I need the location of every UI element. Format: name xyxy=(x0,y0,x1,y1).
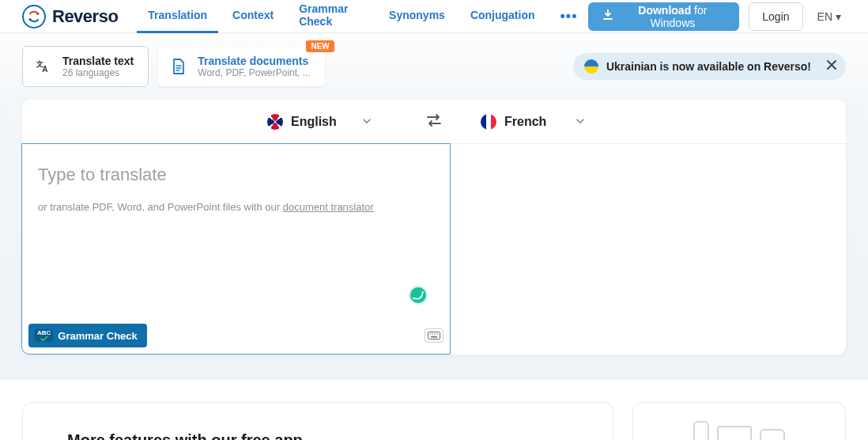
download-label-bold: Download xyxy=(638,4,691,17)
france-flag-icon xyxy=(481,114,496,130)
hint-text: or translate PDF, Word, and PowerPoint f… xyxy=(38,201,283,213)
mode-text-title: Translate text xyxy=(62,55,134,67)
target-language-label: French xyxy=(504,115,546,129)
nav-context[interactable]: Context xyxy=(221,0,285,33)
chevron-down-icon xyxy=(362,115,372,129)
caret-down-icon: ▾ xyxy=(836,10,841,23)
nav-synonyms[interactable]: Synonyms xyxy=(378,0,456,33)
source-language-label: English xyxy=(291,115,337,129)
download-icon xyxy=(602,9,613,23)
uk-flag-icon xyxy=(267,114,283,130)
mode-docs-sub: Word, PDF, PowerPoint, ... xyxy=(198,67,311,78)
svg-text:A: A xyxy=(42,65,48,74)
mode-translate-text[interactable]: 文A Translate text 26 languages xyxy=(22,46,149,87)
grammar-check-label: Grammar Check xyxy=(58,330,137,342)
document-translator-link[interactable]: document translator xyxy=(283,201,374,213)
virtual-keyboard-button[interactable] xyxy=(425,328,443,343)
ui-language-label: EN xyxy=(817,10,832,23)
svg-point-7 xyxy=(434,333,435,334)
grammarly-icon[interactable] xyxy=(409,286,428,305)
grammar-check-button[interactable]: ABC Grammar Check xyxy=(28,324,147,347)
swap-languages-button[interactable] xyxy=(406,113,462,131)
main-nav: Translation Context Grammar Check Synony… xyxy=(137,0,588,33)
abc-check-icon: ABC xyxy=(35,329,53,342)
features-card: More features with our free app xyxy=(22,402,613,440)
close-icon[interactable] xyxy=(825,59,838,74)
nav-conjugation[interactable]: Conjugation xyxy=(459,0,546,33)
mode-text-sub: 26 languages xyxy=(62,67,134,78)
features-title: More features with our free app xyxy=(67,431,568,440)
nav-grammar-check[interactable]: Grammar Check xyxy=(288,0,375,33)
brand-logo[interactable]: Reverso xyxy=(22,5,118,28)
source-language-selector[interactable]: English xyxy=(248,114,406,130)
target-text-pane xyxy=(451,144,847,355)
nav-translation[interactable]: Translation xyxy=(137,0,218,33)
svg-point-5 xyxy=(429,333,430,334)
logo-icon xyxy=(22,5,46,28)
svg-rect-4 xyxy=(428,332,440,339)
tablet-icon xyxy=(760,429,785,440)
download-button[interactable]: Download for Windows xyxy=(588,2,739,31)
translate-text-icon: 文A xyxy=(34,57,53,76)
source-text-input[interactable] xyxy=(38,165,434,283)
svg-rect-9 xyxy=(431,336,437,338)
phone-icon xyxy=(693,421,709,440)
nav-more[interactable]: ••• xyxy=(549,0,589,33)
svg-point-6 xyxy=(432,333,432,334)
laptop-icon xyxy=(717,426,752,440)
ukraine-flag-icon xyxy=(584,59,598,74)
chevron-down-icon xyxy=(576,115,585,129)
new-badge: NEW xyxy=(306,40,334,52)
translator-panel: English French or translate PDF, Wor xyxy=(22,100,846,355)
svg-point-8 xyxy=(436,333,437,334)
document-icon xyxy=(169,57,188,76)
brand-name: Reverso xyxy=(52,6,118,27)
banner-text: Ukrainian is now available on Reverso! xyxy=(606,60,811,73)
login-button[interactable]: Login xyxy=(749,2,802,31)
source-text-pane: or translate PDF, Word, and PowerPoint f… xyxy=(21,143,451,355)
target-language-selector[interactable]: French xyxy=(462,114,620,130)
devices-card xyxy=(632,402,846,440)
ui-language-selector[interactable]: EN ▾ xyxy=(813,10,846,23)
mode-docs-title: Translate documents xyxy=(198,55,311,67)
announcement-banner[interactable]: Ukrainian is now available on Reverso! xyxy=(573,53,846,80)
mode-translate-documents[interactable]: Translate documents Word, PDF, PowerPoin… xyxy=(158,47,325,86)
